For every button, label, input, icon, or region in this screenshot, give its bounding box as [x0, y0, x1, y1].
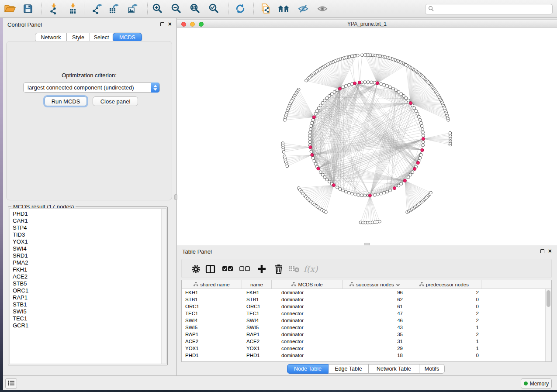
table-cell[interactable]: 0 — [407, 303, 481, 310]
graph-node[interactable] — [383, 191, 386, 194]
mcds-result-item[interactable]: PHD1 — [10, 210, 166, 217]
table-scrollbar[interactable] — [545, 289, 551, 361]
mcds-result-item[interactable]: ACE2 — [10, 273, 166, 280]
control-panel-close-icon[interactable]: × — [168, 22, 172, 26]
graph-node[interactable] — [323, 176, 326, 179]
graph-node[interactable] — [347, 83, 350, 86]
mcds-result-item[interactable]: STB5 — [10, 280, 166, 287]
table-cell[interactable]: dominator — [272, 331, 343, 338]
table-cell[interactable]: SWI5 — [182, 324, 242, 331]
delete-column-icon[interactable] — [273, 263, 284, 275]
mcds-result-item[interactable]: STB1 — [10, 301, 166, 308]
graph-node[interactable] — [311, 121, 314, 124]
table-cell[interactable]: 0 — [407, 296, 481, 303]
graph-node[interactable] — [333, 90, 336, 93]
mcds-graph-node[interactable] — [421, 148, 424, 151]
mcds-result-item[interactable]: ORC1 — [10, 287, 166, 294]
add-column-icon[interactable] — [256, 263, 267, 275]
search-box[interactable] — [425, 4, 553, 14]
graph-node[interactable] — [407, 99, 410, 102]
mcds-graph-node[interactable] — [368, 194, 371, 197]
table-cell[interactable]: dominator — [272, 317, 343, 324]
task-history-button[interactable] — [5, 378, 17, 389]
graph-node[interactable] — [325, 96, 329, 100]
graph-node[interactable] — [370, 81, 373, 84]
graph-node[interactable] — [373, 81, 376, 84]
import-table-icon[interactable] — [67, 3, 79, 14]
graph-node[interactable] — [345, 56, 348, 59]
table-row[interactable]: PHD1PHD1dominator180 — [182, 352, 551, 359]
mcds-graph-node[interactable] — [422, 137, 425, 140]
graph-node[interactable] — [389, 86, 392, 89]
mcds-graph-node[interactable] — [338, 87, 341, 90]
run-mcds-button[interactable]: Run MCDS — [45, 96, 87, 106]
table-cell[interactable]: YOX1 — [182, 345, 242, 352]
graph-node[interactable] — [397, 90, 400, 93]
graph-node[interactable] — [313, 159, 316, 162]
graph-node[interactable] — [336, 186, 339, 189]
table-cell[interactable]: STB1 — [242, 296, 272, 303]
table-cell[interactable]: ORC1 — [182, 303, 242, 310]
graph-node[interactable] — [417, 115, 420, 118]
table-cell[interactable]: SWI5 — [242, 324, 272, 331]
mcds-graph-node[interactable] — [409, 102, 412, 105]
export-network-icon[interactable] — [91, 3, 104, 14]
table-cell[interactable]: connector — [272, 345, 343, 352]
tab-select[interactable]: Select — [90, 33, 113, 42]
table-cell[interactable]: 31 — [343, 338, 407, 345]
graph-node[interactable] — [419, 156, 422, 159]
mcds-result-item[interactable]: YOX1 — [10, 238, 166, 245]
graph-node[interactable] — [330, 93, 333, 96]
graph-node[interactable] — [308, 134, 311, 137]
table-cell[interactable]: 61 — [343, 303, 407, 310]
import-public-database-icon[interactable] — [277, 3, 290, 14]
open-file-icon[interactable] — [3, 3, 16, 14]
table-cell[interactable]: FKH1 — [182, 289, 242, 296]
graph-node[interactable] — [363, 81, 367, 84]
mcds-graph-node[interactable] — [332, 184, 335, 187]
graph-node[interactable] — [305, 79, 308, 82]
graph-node[interactable] — [354, 193, 357, 196]
graph-node[interactable] — [286, 165, 289, 168]
graph-node[interactable] — [328, 94, 331, 97]
table-cell[interactable]: PHD1 — [182, 352, 242, 359]
graph-node[interactable] — [409, 173, 412, 176]
table-cell[interactable]: 35 — [343, 331, 407, 338]
tab-edge-table[interactable]: Edge Table — [329, 364, 369, 374]
tab-mcds[interactable]: MCDS — [113, 33, 142, 42]
graph-node[interactable] — [363, 54, 367, 57]
graph-node[interactable] — [391, 87, 394, 90]
search-input[interactable] — [436, 5, 552, 14]
mcds-result-item[interactable]: SWI5 — [10, 308, 166, 315]
graph-node[interactable] — [344, 190, 347, 193]
table-cell[interactable]: 2 — [407, 331, 481, 338]
table-cell[interactable]: dominator — [272, 303, 343, 310]
graph-node[interactable] — [311, 156, 315, 159]
table-row[interactable]: STB1STB1dominator620 — [182, 296, 551, 303]
graph-node[interactable] — [310, 124, 313, 127]
column-header-predecessor-nodes[interactable]: predecessor nodes — [407, 280, 481, 289]
table-cell[interactable]: 1 — [407, 324, 481, 331]
graph-node[interactable] — [308, 141, 311, 144]
graph-node[interactable] — [411, 171, 414, 174]
graph-node[interactable] — [321, 101, 324, 104]
new-network-from-selection-icon[interactable] — [260, 3, 272, 14]
graph-node[interactable] — [421, 127, 424, 131]
table-cell[interactable]: 47 — [343, 310, 407, 317]
table-cell[interactable]: 0 — [407, 352, 481, 359]
table-cell[interactable]: RAP1 — [242, 331, 272, 338]
table-cell[interactable]: SWI4 — [182, 317, 242, 324]
table-panel-float-icon[interactable] — [540, 249, 544, 253]
mcds-graph-node[interactable] — [416, 161, 419, 164]
table-cell[interactable]: ACE2 — [242, 338, 272, 345]
graph-node[interactable] — [282, 151, 285, 154]
mcds-graph-node[interactable] — [403, 179, 406, 182]
table-cell[interactable]: dominator — [272, 296, 343, 303]
mcds-result-item[interactable]: PMA2 — [10, 259, 166, 266]
mcds-result-item[interactable]: CAR1 — [10, 217, 166, 224]
show-all-icon[interactable] — [316, 3, 329, 14]
mcds-graph-node[interactable] — [309, 146, 312, 149]
graph-node[interactable] — [310, 150, 313, 153]
graph-node[interactable] — [420, 124, 423, 127]
graph-node[interactable] — [419, 118, 422, 121]
